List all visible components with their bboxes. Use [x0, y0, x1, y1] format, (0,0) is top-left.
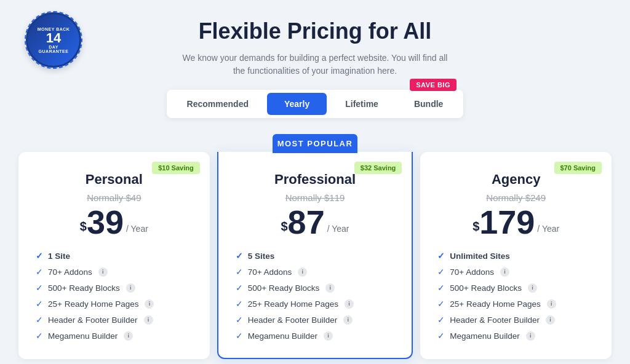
check-icon: ✓ — [236, 299, 243, 309]
info-icon[interactable]: i — [144, 315, 153, 325]
professional-normally: Normally $119 — [236, 192, 395, 203]
feature-item: ✓ 70+ Addons i — [437, 267, 594, 277]
check-icon: ✓ — [36, 315, 43, 325]
plans-section: MOST POPULAR $10 Saving Personal Normall… — [14, 133, 616, 359]
feature-item: ✓ 500+ Ready Blocks i — [36, 283, 193, 293]
page-wrapper: MONEY BACK 14 DAY GUARANTEE Flexible Pri… — [14, 18, 616, 359]
info-icon[interactable]: i — [126, 283, 135, 293]
check-icon: ✓ — [236, 331, 243, 341]
feature-text: 70+ Addons — [248, 267, 292, 277]
info-icon[interactable]: i — [526, 331, 535, 341]
agency-price: 179 — [479, 205, 535, 239]
plan-card-agency: $70 Saving Agency Normally $249 $ 179 / … — [420, 152, 612, 359]
personal-dollar: $ — [80, 220, 87, 234]
plans-grid: $10 Saving Personal Normally $49 $ 39 / … — [14, 152, 616, 359]
badge-day-label: DAY — [49, 45, 58, 49]
check-icon: ✓ — [437, 299, 445, 309]
agency-saving: $70 Saving — [554, 162, 602, 174]
feature-text: 70+ Addons — [48, 267, 92, 277]
info-icon[interactable]: i — [325, 283, 335, 293]
feature-item: ✓ Unlimited Sites — [437, 251, 594, 261]
info-icon[interactable]: i — [546, 315, 555, 325]
plan-card-professional: $32 Saving Professional Normally $119 $ … — [217, 152, 413, 359]
badge-guarantee: GUARANTEE — [39, 49, 69, 53]
info-icon[interactable]: i — [298, 267, 307, 277]
money-back-badge: MONEY BACK 14 DAY GUARANTEE — [26, 12, 81, 68]
feature-text: 25+ Ready Home Pages — [450, 299, 540, 309]
check-icon: ✓ — [437, 251, 445, 261]
check-icon: ✓ — [437, 267, 445, 277]
feature-item: ✓ 500+ Ready Blocks i — [236, 283, 395, 293]
feature-item: ✓ 70+ Addons i — [36, 267, 193, 277]
check-icon: ✓ — [437, 331, 445, 341]
feature-text: Megamenu Builder — [450, 331, 519, 341]
agency-dollar: $ — [472, 220, 479, 234]
subtitle-line1: We know your demands for building a perf… — [183, 53, 448, 63]
feature-text: 1 Site — [48, 251, 70, 261]
personal-features: ✓ 1 Site ✓ 70+ Addons i ✓ 500+ Ready Blo… — [36, 251, 193, 341]
tab-bundle[interactable]: Bundle — [397, 93, 460, 115]
tab-yearly[interactable]: Yearly — [267, 93, 327, 115]
info-icon[interactable]: i — [145, 299, 154, 309]
professional-period: / Year — [327, 224, 349, 234]
info-icon[interactable]: i — [98, 267, 108, 277]
tabs-container: Recommended Yearly Lifetime Bundle — [167, 90, 464, 118]
header-section: MONEY BACK 14 DAY GUARANTEE Flexible Pri… — [14, 18, 616, 118]
feature-item: ✓ Header & Footer Builder i — [437, 315, 594, 325]
tab-lifetime[interactable]: Lifetime — [328, 93, 396, 115]
personal-period: / Year — [126, 224, 148, 234]
feature-text: Header & Footer Builder — [248, 315, 338, 325]
check-icon: ✓ — [36, 267, 43, 277]
most-popular-banner: MOST POPULAR — [273, 134, 358, 153]
info-icon[interactable]: i — [345, 299, 354, 309]
feature-item: ✓ 25+ Ready Home Pages i — [236, 299, 395, 309]
personal-price: 39 — [87, 205, 124, 239]
personal-normally: Normally $49 — [36, 192, 193, 203]
subtitle-line2: the functionalities of your imagination … — [233, 66, 397, 76]
save-big-badge: SAVE BIG — [410, 79, 457, 91]
professional-dollar: $ — [281, 220, 287, 234]
personal-price-row: $ 39 / Year — [36, 205, 193, 239]
feature-text: 500+ Ready Blocks — [248, 283, 320, 293]
feature-text: 70+ Addons — [450, 267, 494, 277]
badge-circle: MONEY BACK 14 DAY GUARANTEE — [26, 12, 81, 68]
page-title: Flexible Pricing for All — [14, 18, 616, 44]
plan-card-personal: $10 Saving Personal Normally $49 $ 39 / … — [18, 152, 210, 359]
check-icon: ✓ — [36, 331, 43, 341]
feature-text: Header & Footer Builder — [450, 315, 540, 325]
feature-item: ✓ Megamenu Builder i — [437, 331, 594, 341]
feature-item: ✓ Megamenu Builder i — [36, 331, 193, 341]
agency-period: / Year — [537, 224, 559, 234]
feature-text: 25+ Ready Home Pages — [48, 299, 138, 309]
check-icon: ✓ — [236, 283, 243, 293]
feature-text: 500+ Ready Blocks — [450, 283, 522, 293]
feature-text: 25+ Ready Home Pages — [248, 299, 338, 309]
info-icon[interactable]: i — [343, 315, 353, 325]
feature-text: Megamenu Builder — [248, 331, 317, 341]
feature-text: Header & Footer Builder — [48, 315, 138, 325]
info-icon[interactable]: i — [528, 283, 537, 293]
personal-saving: $10 Saving — [152, 162, 199, 174]
feature-text: Megamenu Builder — [48, 331, 118, 341]
check-icon: ✓ — [437, 283, 445, 293]
info-icon[interactable]: i — [124, 331, 133, 341]
info-icon[interactable]: i — [547, 299, 556, 309]
check-icon: ✓ — [36, 251, 43, 261]
tabs-wrapper: SAVE BIG Recommended Yearly Lifetime Bun… — [14, 90, 616, 118]
professional-features: ✓ 5 Sites ✓ 70+ Addons i ✓ 500+ Ready Bl… — [236, 251, 395, 341]
feature-item: ✓ 25+ Ready Home Pages i — [437, 299, 594, 309]
check-icon: ✓ — [36, 299, 43, 309]
feature-item: ✓ 5 Sites — [236, 251, 395, 261]
info-icon[interactable]: i — [500, 267, 509, 277]
feature-text: 500+ Ready Blocks — [48, 283, 120, 293]
tab-recommended[interactable]: Recommended — [170, 93, 266, 115]
info-icon[interactable]: i — [324, 331, 333, 341]
feature-item: ✓ 1 Site — [36, 251, 193, 261]
check-icon: ✓ — [236, 315, 243, 325]
agency-features: ✓ Unlimited Sites ✓ 70+ Addons i ✓ 500+ … — [437, 251, 594, 341]
agency-normally: Normally $249 — [437, 192, 594, 203]
feature-item: ✓ 25+ Ready Home Pages i — [36, 299, 193, 309]
feature-item: ✓ Header & Footer Builder i — [236, 315, 395, 325]
feature-item: ✓ 70+ Addons i — [236, 267, 395, 277]
subtitle: We know your demands for building a perf… — [14, 52, 616, 77]
